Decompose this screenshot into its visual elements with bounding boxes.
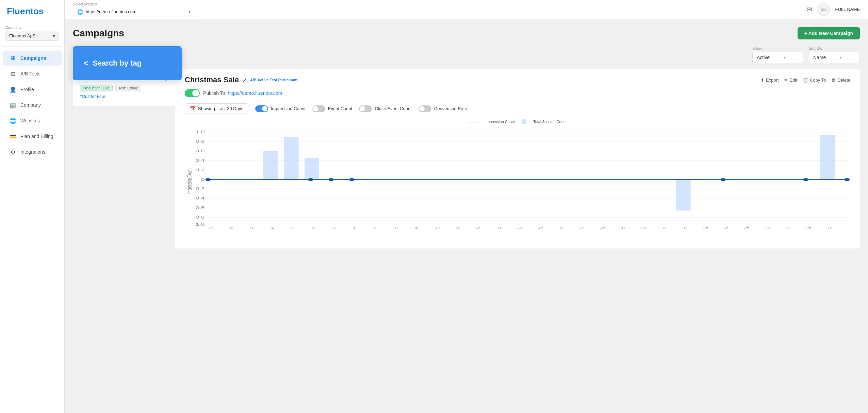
add-campaign-button[interactable]: + Add New Campaign [798,27,860,39]
company-label: Company [5,25,59,30]
search-box-container: Search by: name, tag, or ID 🔍 < Search b… [73,46,154,63]
impression-count-toggle-control: Impression Count [255,105,306,112]
delete-button[interactable]: 🗑 Delete [831,78,850,83]
publish-text: Publish To https://demo.fluentos.com [203,90,282,96]
legend-impression-label: Impression Count [486,120,515,124]
event-count-toggle[interactable] [312,105,325,112]
svg-text:-0.4: -0.4 [193,196,205,201]
delete-icon: 🗑 [831,78,836,83]
sidebar-item-company[interactable]: 🏢 Company [3,98,62,113]
edit-button[interactable]: ✏ Edit [784,78,797,83]
sidebar-item-label: Company [20,102,41,108]
date-range-label: Showing: Last 30 Days [198,106,243,111]
svg-text:Dec 7: Dec 7 [366,227,378,229]
conversion-rate-toggle[interactable] [419,105,431,112]
campaigns-icon: ⊞ [10,55,16,62]
svg-text:1.0: 1.0 [195,130,204,134]
delete-label: Delete [837,78,850,83]
globe-icon: 🌐 [77,9,83,15]
company-selector[interactable]: Fluentos ApS ▾ [5,31,59,41]
campaign-tag: #Quarter Four [80,94,168,99]
show-filter-group: Show: Active ▾ [752,46,803,63]
svg-text:-0.2: -0.2 [193,187,205,191]
app-logo: Fluentos [0,0,64,23]
campaign-list-panel: Halloween Hats Discounts Production: Liv… [73,69,175,248]
website-selector[interactable]: 🌐 https://demo.fluentos.com ▾ [73,7,195,17]
bar-dec4 [305,158,319,179]
sidebar-item-integrations[interactable]: ⚙ Integrations [3,144,62,159]
page-title: Campaigns [73,28,124,39]
website-selector-label: Select Website [73,2,195,6]
svg-text:-0.6: -0.6 [193,206,205,210]
svg-text:Dec 6: Dec 6 [345,227,358,229]
svg-text:Dec 18: Dec 18 [592,226,606,229]
publish-url[interactable]: https://demo.fluentos.com [228,90,282,96]
mail-icon[interactable]: ✉ [806,5,812,14]
chart-svg: 1.0 0.8 0.6 0.4 0.2 0 -0.2 -0.4 -0.6 -0.… [185,127,850,229]
svg-text:Dec 5: Dec 5 [325,227,337,229]
topbar: Select Website 🌐 https://demo.fluentos.c… [65,0,868,19]
main-area: Select Website 🌐 https://demo.fluentos.c… [65,0,868,413]
chart-legend: Impression Count Total Session Count [185,119,850,124]
copy-icon: 📋 [803,78,808,83]
svg-text:Dec 2: Dec 2 [263,227,275,229]
impression-count-toggle[interactable] [255,105,268,112]
svg-text:Dec 15: Dec 15 [530,226,544,229]
sidebar-item-label: Integrations [20,149,45,155]
main-nav: ⊞ Campaigns ⊟ A/B Tests 👤 Profile 🏢 Comp… [0,47,64,413]
event-count-label: Event Count [328,106,353,111]
show-filter-select[interactable]: Active ▾ [752,52,803,63]
website-dropdown-arrow: ▾ [189,9,191,14]
campaigns-row: Halloween Hats Discounts Production: Liv… [73,69,860,248]
sidebar-item-campaigns[interactable]: ⊞ Campaigns [3,51,62,66]
sidebar-item-websites[interactable]: 🌐 Websites [3,113,62,128]
search-by-tag-label: Search by tag [93,59,142,68]
company-section: Company Fluentos ApS ▾ [0,23,64,47]
website-selector-container: Select Website 🌐 https://demo.fluentos.c… [73,2,195,17]
close-event-count-toggle[interactable] [359,105,372,112]
legend-line-swatch [469,120,479,124]
sidebar-item-profile[interactable]: 👤 Profile [3,82,62,97]
export-button[interactable]: ⬆ Export [760,78,779,83]
svg-text:0.6: 0.6 [195,149,204,153]
sidebar-item-label: A/B Tests [20,71,40,76]
trend-icon: ↗ [242,77,247,83]
website-url: https://demo.fluentos.com [86,9,136,14]
ab-badge: A/B Active Test Participant [250,78,297,82]
svg-text:-0.8: -0.8 [193,216,205,220]
svg-text:Dec 13: Dec 13 [489,226,503,229]
svg-text:Dec 9: Dec 9 [407,227,419,229]
profile-icon: 👤 [10,86,16,93]
copy-to-button[interactable]: 📋 Copy To [803,78,826,83]
sort-filter-select[interactable]: Name ▾ [809,52,860,63]
svg-text:Dec 14: Dec 14 [509,226,523,229]
line-dot [328,178,334,181]
plan-billing-icon: 💳 [10,133,16,140]
svg-text:Dec 16: Dec 16 [551,226,564,229]
close-event-count-toggle-control: Close Event Count [359,105,411,112]
date-range-button[interactable]: 📅 Showing: Last 30 Days [185,103,248,114]
sidebar: Fluentos Company Fluentos ApS ▾ ⊞ Campai… [0,0,65,413]
sidebar-item-plan-billing[interactable]: 💳 Plan and Billing [3,129,62,144]
svg-text:Dec 8: Dec 8 [387,227,399,229]
user-name: FULL NAME [835,7,860,12]
edit-label: Edit [790,78,797,83]
sidebar-item-label: Plan and Billing [20,134,53,139]
avatar[interactable]: 1% [818,3,830,16]
search-by-tag-popup: < Search by tag [73,46,182,80]
search-by-tag-close[interactable]: < [84,58,88,68]
badge-test: Test: Offline [115,85,141,91]
svg-text:Dec 1: Dec 1 [242,227,254,229]
edit-icon: ✏ [784,78,788,83]
svg-text:Dec 25: Dec 25 [736,226,750,229]
svg-text:Dec 12: Dec 12 [468,226,482,229]
ab-tests-icon: ⊟ [10,70,16,77]
svg-text:0: 0 [201,177,205,182]
impression-count-label: Impression Count [271,106,306,111]
svg-text:Dec 24: Dec 24 [716,226,730,229]
publish-toggle[interactable] [185,89,200,97]
sidebar-item-ab-tests[interactable]: ⊟ A/B Tests [3,66,62,81]
show-filter-value: Active [757,55,770,60]
sort-filter-value: Name [813,55,826,60]
bar-dec3 [284,137,298,179]
